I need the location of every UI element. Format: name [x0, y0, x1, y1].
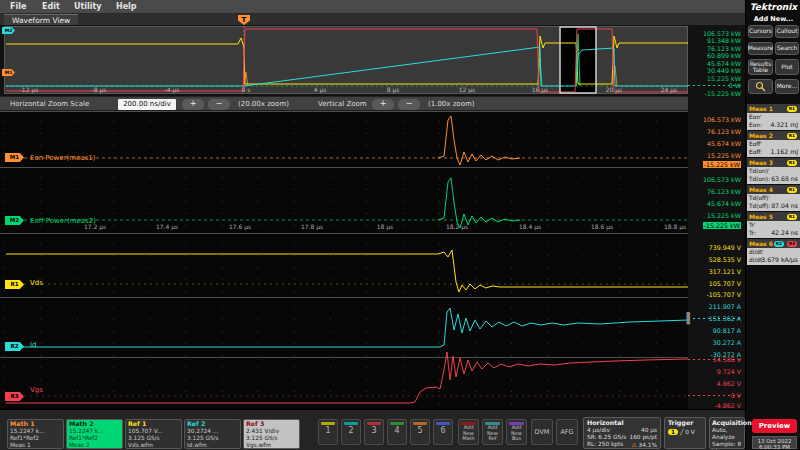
meas-2-panel[interactable]: Meas 2R1 Eoff'Eoff:1.162 mJ — [747, 131, 800, 157]
scale-label: 739.949 V — [688, 244, 741, 251]
time-tick: 18 μs — [368, 223, 402, 230]
slice-id[interactable] — [0, 297, 688, 357]
time-tick: 17.4 μs — [150, 223, 184, 230]
ref2-title: Ref 2 — [187, 420, 238, 428]
meas-4-panel[interactable]: Meas 4R1 Td(off)'Td(off):87.04 ns — [747, 185, 800, 211]
meas-5-header: Meas 5R1 — [747, 212, 800, 221]
search-button[interactable]: Search — [775, 42, 799, 55]
ref2-badge[interactable]: Ref 2 30.2724 ...3.125 GS/sId.wfm — [184, 419, 241, 449]
meas-3-source-badge: R1 — [787, 160, 797, 166]
overview-tick: 12 μs — [450, 86, 484, 93]
meas-4-source-badge: R1 — [787, 187, 797, 193]
channel-6-button[interactable]: 6 — [433, 419, 453, 445]
plot-button[interactable]: Plot — [775, 59, 799, 75]
slice-eon-power[interactable] — [0, 111, 688, 167]
add-math-color — [461, 422, 476, 425]
date-label: 13 Oct 2022 — [753, 438, 796, 444]
slice-resize-handle[interactable]: ●●●● — [686, 312, 691, 328]
slice-vds[interactable] — [0, 233, 688, 297]
meas-5-body: Tr'Tr:42.24 ns — [747, 221, 800, 238]
tab-bar: Waveform View — [0, 14, 745, 25]
channel-1-button[interactable]: 1 — [318, 419, 338, 445]
h-zoom-plus-button[interactable]: + — [182, 99, 204, 110]
more-button[interactable]: More... — [775, 79, 799, 94]
scale-label: 90.817 A — [688, 327, 741, 334]
meas-5-panel[interactable]: Meas 5R1 Tr'Tr:42.24 ns — [747, 212, 800, 238]
meas-1-source-badge: R1 — [787, 106, 797, 112]
scale-label: 45.674 kW — [688, 140, 741, 147]
v-zoom-minus-button[interactable]: − — [398, 99, 420, 110]
measure-button[interactable]: Measure — [748, 42, 773, 55]
scale-label: 4.862 V — [688, 380, 741, 387]
zoom-toolbar: Horizontal Zoom Scale 200.00 ns/div + − … — [0, 96, 745, 111]
menu-file[interactable]: File — [10, 2, 26, 11]
scale-label: 106.573 kW — [688, 116, 741, 123]
record-warning-icon: ⚠ — [631, 441, 636, 448]
add-bus-color — [509, 422, 524, 425]
meas-3-panel[interactable]: Meas 3R1 Td(on)'Td(on):63.68 ns — [747, 158, 800, 184]
channel-3-button[interactable]: 3 — [364, 419, 384, 445]
ref1-badge[interactable]: Ref 1 105.707 V...3.125 GS/sVds.wfm — [125, 419, 182, 449]
meas-1-panel[interactable]: Meas 1R1 Eon'Eon:4.321 mJ — [747, 104, 800, 130]
menu-utility[interactable]: Utility — [74, 2, 102, 11]
preview-button[interactable]: Preview — [752, 419, 797, 433]
results-table-button[interactable]: Results Table — [748, 59, 773, 75]
scale-label: 9.724 V — [688, 368, 741, 375]
v-zoom-factor: (1.00x zoom) — [428, 100, 474, 108]
ref3-badge[interactable]: Ref 3 2.431 V/div3.125 GS/sVgs.wfm — [243, 419, 300, 449]
channel-5-color — [413, 422, 427, 425]
channel-6-color — [436, 422, 450, 425]
h-zoom-scale-input[interactable]: 200.00 ns/div — [118, 99, 176, 110]
overview-scale-label: -15.225 kW — [688, 90, 741, 97]
meas-5-value: 42.24 ns — [771, 229, 798, 237]
scale-label: 528.535 V — [688, 256, 741, 263]
add-new-ref-button[interactable]: Add New Ref — [482, 419, 503, 445]
slice-vgs[interactable] — [0, 357, 688, 409]
channel-2-button[interactable]: 2 — [341, 419, 361, 445]
overview-plot[interactable] — [4, 26, 688, 94]
h-zoom-scale-label: Horizontal Zoom Scale — [10, 100, 89, 108]
channel-4-button[interactable]: 4 — [387, 419, 407, 445]
meas-6-panel[interactable]: Meas 6R2R3 dI/dt'dI/dt:3.679 kA/μs — [747, 239, 800, 265]
meas-3-title: Meas 3 — [749, 159, 773, 166]
horizontal-panel[interactable]: Horizontal 4 μs/div 40 μs SR: 6.25 GS/s … — [583, 417, 661, 449]
add-new-bus-button[interactable]: Add New Bus — [506, 419, 527, 445]
v-zoom-plus-button[interactable]: + — [372, 99, 394, 110]
h-zoom-minus-button[interactable]: − — [208, 99, 230, 110]
math1-badge[interactable]: Math 1 15.2247 k...Ref1*Ref2Meas 1 — [7, 419, 64, 449]
scale-label: -105.707 V — [688, 291, 741, 298]
channel-5-button[interactable]: 5 — [410, 419, 430, 445]
datetime-display: 13 Oct 2022 6:00:33 PM — [752, 436, 797, 449]
math2-badge[interactable]: Math 2 15.2247 k...Ref1*Ref2Meas 2 — [66, 419, 123, 449]
ref3-title: Ref 3 — [246, 420, 297, 428]
time-tick: 18.6 μs — [585, 223, 619, 230]
menu-help[interactable]: Help — [116, 2, 137, 11]
add-new-math-button[interactable]: Add New Math — [458, 419, 479, 445]
scale-label: 14.586 V — [688, 356, 741, 363]
scale-label: 30.272 A — [688, 339, 741, 346]
menu-edit[interactable]: Edit — [42, 2, 60, 11]
trigger-panel[interactable]: Trigger 1 ╱ 0 V — [664, 417, 706, 449]
time-tick: 17.8 μs — [295, 223, 329, 230]
overview-tick: 0 s — [229, 86, 263, 93]
ref1-title: Ref 1 — [128, 420, 179, 428]
meas-4-value: 87.04 ns — [771, 202, 798, 210]
meas-1-body: Eon'Eon:4.321 mJ — [747, 113, 800, 130]
scale-label-position: -15.225 kW — [688, 161, 741, 168]
acquisition-panel[interactable]: Acquisition Auto, Analyze Sample: 8 bits… — [709, 417, 745, 449]
h-zoom-factor: (20.00x zoom) — [238, 100, 289, 108]
acquisition-title: Acquisition — [712, 418, 742, 427]
channel-1-color — [321, 422, 335, 425]
dvm-button[interactable]: DVM — [531, 419, 553, 445]
overview-scale-label: 60.899 kW — [688, 52, 741, 59]
afg-button[interactable]: AFG — [556, 419, 578, 445]
overview-scale-label: 15.225 kW — [688, 75, 741, 82]
math1-title: Math 1 — [10, 420, 61, 428]
zoom-tool-button[interactable] — [748, 79, 773, 94]
overview-tick: -4 μs — [155, 86, 189, 93]
tab-waveform-view[interactable]: Waveform View — [4, 14, 78, 25]
scale-label: 151.362 A — [688, 315, 741, 322]
callout-button[interactable]: Callout — [775, 25, 799, 38]
cursors-button[interactable]: Cursors — [748, 25, 773, 38]
meas-3-value: 63.68 ns — [771, 175, 798, 183]
